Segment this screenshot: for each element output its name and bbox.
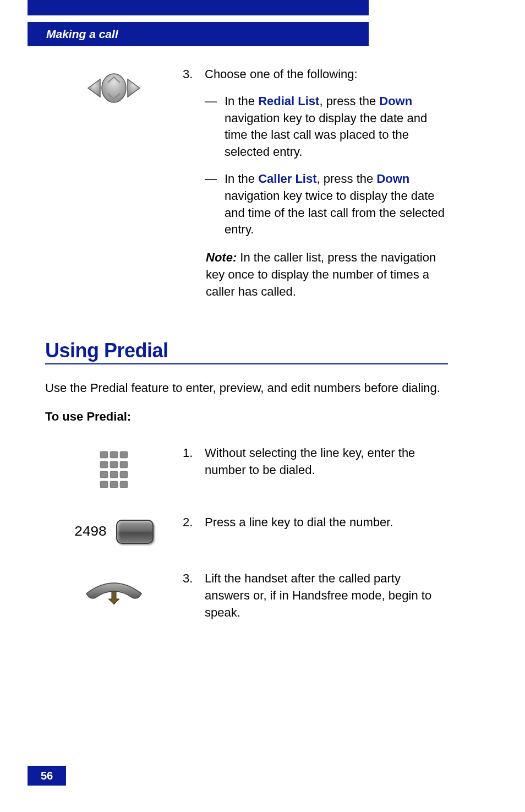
handset-icon-col xyxy=(45,570,183,609)
svg-rect-6 xyxy=(120,461,128,468)
svg-rect-1 xyxy=(100,451,108,458)
svg-rect-10 xyxy=(100,481,108,488)
predial-step-1-number: 1. xyxy=(183,445,205,462)
term-down-2: Down xyxy=(376,172,409,186)
svg-rect-3 xyxy=(120,451,128,458)
svg-point-0 xyxy=(102,74,126,102)
line-key-number: 2498 xyxy=(74,524,106,540)
note-text: In the caller list, press the navigation… xyxy=(206,250,436,298)
section-title-rule xyxy=(45,363,448,364)
svg-rect-9 xyxy=(120,471,128,478)
svg-rect-12 xyxy=(120,481,128,488)
top-accent-band xyxy=(28,0,369,15)
predial-step-1-text: 1. Without selecting the line key, enter… xyxy=(183,445,448,479)
predial-step-1-body: Without selecting the line key, enter th… xyxy=(205,445,448,479)
step-3-lead: Choose one of the following: xyxy=(205,67,358,81)
predial-step-3-row: 3. Lift the handset after the called par… xyxy=(45,570,448,621)
term-caller-list: Caller List xyxy=(258,172,316,186)
svg-rect-8 xyxy=(110,471,118,478)
dash-icon: — xyxy=(205,171,225,188)
page-header-title: Making a call xyxy=(46,28,118,41)
predial-step-2-body: Press a line key to dial the number. xyxy=(205,514,448,531)
subitem-1-text: In the Redial List, press the Down navig… xyxy=(225,93,448,161)
predial-step-3-number: 3. xyxy=(183,570,205,587)
page-header: Making a call xyxy=(28,22,369,46)
line-key-button-icon xyxy=(116,520,154,544)
predial-step-2-number: 2. xyxy=(183,514,205,531)
predial-step-3-text: 3. Lift the handset after the called par… xyxy=(183,570,448,621)
svg-rect-5 xyxy=(110,461,118,468)
term-down-1: Down xyxy=(379,94,412,108)
page-number: 56 xyxy=(28,766,66,786)
term-redial-list: Redial List xyxy=(258,94,319,108)
svg-rect-11 xyxy=(110,481,118,488)
predial-step-2-row: 2498 2. Press a line key to dial the num… xyxy=(45,514,448,544)
lift-handset-icon xyxy=(81,576,147,609)
page-content: 3. Choose one of the following: — In the… xyxy=(45,66,448,637)
svg-rect-7 xyxy=(100,471,108,478)
predial-step-3-body: Lift the handset after the called party … xyxy=(205,570,448,621)
step-3-subitem-2: — In the Caller List, press the Down nav… xyxy=(205,171,448,238)
keypad-icon xyxy=(99,450,129,488)
step-3-number: 3. xyxy=(183,66,205,83)
line-key-icon: 2498 xyxy=(74,520,154,544)
step-3-text: 3. Choose one of the following: — In the… xyxy=(183,66,448,301)
section-sub-heading: To use Predial: xyxy=(45,410,448,424)
step-3-subitem-1: — In the Redial List, press the Down nav… xyxy=(205,93,448,161)
svg-rect-4 xyxy=(100,461,108,468)
subitem-2-text: In the Caller List, press the Down navig… xyxy=(225,171,448,238)
predial-step-1-row: 1. Without selecting the line key, enter… xyxy=(45,445,448,488)
keypad-icon-col xyxy=(45,445,183,488)
navigation-key-icon xyxy=(78,72,150,105)
nav-key-icon-col xyxy=(45,66,183,105)
dash-icon: — xyxy=(205,93,225,110)
section-title: Using Predial xyxy=(45,339,448,362)
step-3-note: Note: In the caller list, press the navi… xyxy=(205,249,448,300)
step-3-row: 3. Choose one of the following: — In the… xyxy=(45,66,448,301)
predial-step-2-text: 2. Press a line key to dial the number. xyxy=(183,514,448,531)
step-3-body: Choose one of the following: — In the Re… xyxy=(205,66,448,301)
section-intro: Use the Predial feature to enter, previe… xyxy=(45,380,448,397)
linekey-icon-col: 2498 xyxy=(45,514,183,544)
svg-rect-2 xyxy=(110,451,118,458)
page-number-value: 56 xyxy=(41,770,53,782)
note-label: Note: xyxy=(206,250,237,264)
